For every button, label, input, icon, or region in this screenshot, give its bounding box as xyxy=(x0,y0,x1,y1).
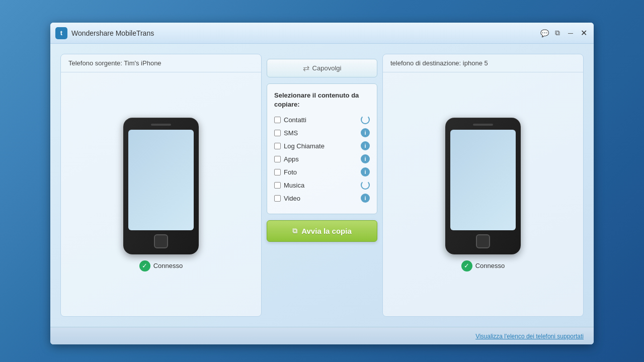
label-video: Video xyxy=(284,195,300,202)
center-panel: ⇄ Capovolgi Selezionare il contenuto da … xyxy=(267,54,377,317)
capovolgi-label: Capovolgi xyxy=(312,64,342,72)
source-phone-screen xyxy=(128,130,194,230)
source-phone-label: Telefono sorgente: Tim's iPhone xyxy=(61,54,261,72)
checkbox-log-chiamate[interactable] xyxy=(274,143,281,149)
content-item-musica: Musica xyxy=(274,180,370,190)
dest-phone-label: telefono di destinazione: iphone 5 xyxy=(383,54,583,72)
app-window: t Wondershare MobileTrans 💬 ⧉ ─ ✕ Telefo… xyxy=(50,23,594,344)
info-icon-apps[interactable]: i xyxy=(361,154,370,163)
dest-phone-image: ✓ Connesso xyxy=(440,72,526,316)
dest-phone-panel: telefono di destinazione: iphone 5 ✓ Con… xyxy=(382,54,584,317)
main-content: Telefono sorgente: Tim's iPhone ✓ Connes… xyxy=(50,44,594,327)
checkbox-video[interactable] xyxy=(274,195,281,202)
checkbox-foto[interactable] xyxy=(274,169,281,175)
dest-status-row: ✓ Connesso xyxy=(461,260,505,272)
dest-phone-home xyxy=(476,234,490,248)
source-phone-panel: Telefono sorgente: Tim's iPhone ✓ Connes… xyxy=(60,54,262,317)
info-icon-foto[interactable]: i xyxy=(361,167,370,176)
dest-status-text: Connesso xyxy=(475,262,505,269)
source-status-text: Connesso xyxy=(153,262,183,269)
label-sms: SMS xyxy=(284,129,298,137)
label-contatti: Contatti xyxy=(284,116,306,124)
dest-status-check-icon: ✓ xyxy=(461,260,472,272)
content-item-apps: Apps i xyxy=(274,154,370,163)
checkbox-musica[interactable] xyxy=(274,182,281,189)
window-controls: 💬 ⧉ ─ ✕ xyxy=(539,28,589,38)
content-item-log-chiamate: Log Chiamate i xyxy=(274,141,370,150)
info-icon-sms[interactable]: i xyxy=(361,128,370,137)
label-log-chiamate: Log Chiamate xyxy=(284,142,325,150)
content-item-foto: Foto i xyxy=(274,167,370,176)
source-phone-home xyxy=(154,234,168,248)
label-foto: Foto xyxy=(284,168,297,176)
app-title: Wondershare MobileTrans xyxy=(71,29,539,37)
checkbox-apps[interactable] xyxy=(274,156,281,162)
info-icon-video[interactable]: i xyxy=(361,194,370,203)
content-item-contatti: Contatti xyxy=(274,115,370,124)
supported-phones-link[interactable]: Visualizza l'elenco dei telefoni support… xyxy=(475,333,584,340)
label-musica: Musica xyxy=(284,182,304,189)
checkbox-contatti[interactable] xyxy=(274,117,281,123)
label-apps: Apps xyxy=(284,155,299,163)
content-item-video: Video i xyxy=(274,194,370,203)
loading-icon-musica xyxy=(361,180,370,190)
dest-phone-speaker xyxy=(473,124,493,126)
content-selection-box: Selezionare il contenuto da copiare: Con… xyxy=(267,83,377,214)
source-phone-image: ✓ Connesso xyxy=(118,72,204,316)
capovolgi-arrows-icon: ⇄ xyxy=(303,63,309,73)
dest-phone-screen xyxy=(450,130,516,230)
loading-icon-contatti xyxy=(361,115,370,124)
avvia-copia-label: Avvia la copia xyxy=(301,227,352,235)
source-phone-speaker xyxy=(151,124,171,126)
title-bar: t Wondershare MobileTrans 💬 ⧉ ─ ✕ xyxy=(50,23,594,44)
info-icon-log-chiamate[interactable]: i xyxy=(361,141,370,150)
minimize-button[interactable]: ─ xyxy=(566,28,576,38)
checkbox-sms[interactable] xyxy=(274,130,281,136)
content-box-title: Selezionare il contenuto da copiare: xyxy=(274,91,370,109)
source-status-check-icon: ✓ xyxy=(139,260,150,272)
app-logo: t xyxy=(55,27,67,39)
capovolgi-button[interactable]: ⇄ Capovolgi xyxy=(267,59,377,77)
chat-icon[interactable]: 💬 xyxy=(539,28,549,38)
source-phone-body xyxy=(123,118,199,254)
copy-icon: ⧉ xyxy=(292,227,297,235)
dest-smartphone xyxy=(445,118,521,254)
window-footer: Visualizza l'elenco dei telefoni support… xyxy=(50,327,594,344)
dest-phone-body xyxy=(445,118,521,254)
source-status-row: ✓ Connesso xyxy=(139,260,183,272)
avvia-copia-button[interactable]: ⧉ Avvia la copia xyxy=(267,220,377,242)
source-smartphone xyxy=(123,118,199,254)
close-button[interactable]: ✕ xyxy=(579,28,589,38)
content-item-sms: SMS i xyxy=(274,128,370,137)
restore-icon[interactable]: ⧉ xyxy=(552,28,562,38)
